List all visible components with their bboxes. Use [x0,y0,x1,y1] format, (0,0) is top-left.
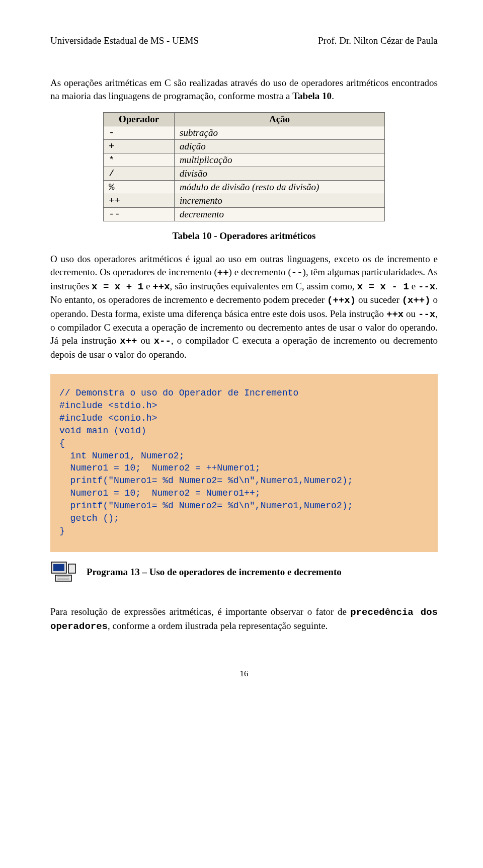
closing-t3: , conforme a ordem ilustrada pela repres… [108,620,328,631]
cell-ac: incremento [175,194,385,208]
inline-code: --x [418,281,435,292]
table-row: + adição [104,140,385,153]
cell-op: + [104,140,175,153]
cell-op: -- [104,208,175,221]
computer-icon [50,559,76,585]
inline-code: --x [418,309,435,320]
inline-code: x++ [120,336,137,347]
cell-ac: subtração [175,126,385,140]
table-row: -- decremento [104,208,385,221]
table-caption: Tabela 10 - Operadores aritméticos [50,230,438,242]
body-t: , são instruções equivalentes em C, assi… [170,281,357,291]
body-paragraph: O uso dos operadores aritméticos é igual… [50,253,438,361]
inline-code: -- [291,267,303,278]
header-left: Universidade Estadual de MS - UEMS [50,35,199,46]
program-caption-line: Programa 13 – Uso de operadores de incre… [50,559,438,585]
cell-ac: multiplicação [175,153,385,167]
inline-code: ++x [386,309,404,320]
code-block: // Demonstra o uso do Operador de Increm… [50,374,438,552]
body-t: ) e decremento ( [229,267,291,277]
closing-t1: Para resolução de expressões aritméticas… [50,606,350,617]
intro-text-1c: . [332,91,334,101]
table-row: - subtração [104,126,385,140]
th-action: Ação [175,113,385,126]
inline-code: ++x [152,281,170,292]
cell-op: ++ [104,194,175,208]
inline-code: (++x) [327,295,356,306]
cell-ac: módulo de divisão (resto da divisão) [175,181,385,194]
cell-op: % [104,181,175,194]
cell-op: * [104,153,175,167]
body-t: ou [137,335,154,346]
th-operator: Operador [104,113,175,126]
cell-op: / [104,167,175,181]
intro-tableref: Tabela 10 [292,91,332,101]
svg-rect-6 [68,564,75,573]
inline-code: x-- [154,336,171,347]
body-t: e [409,281,418,291]
inline-code: (x++) [402,295,431,306]
table-row: % módulo de divisão (resto da divisão) [104,181,385,194]
inline-code: ++ [217,267,229,278]
operator-table: Operador Ação - subtração + adição * mul… [103,112,385,221]
cell-ac: adição [175,140,385,153]
body-t: e [143,281,152,291]
body-t: ou [404,308,418,319]
program-caption: Programa 13 – Uso de operadores de incre… [87,567,342,578]
cell-op: - [104,126,175,140]
inline-code: x = x + 1 [92,281,143,292]
cell-ac: decremento [175,208,385,221]
closing-paragraph: Para resolução de expressões aritméticas… [50,605,438,633]
body-t: ou suceder [356,294,402,305]
cell-ac: divisão [175,167,385,181]
inline-code: x = x - 1 [357,281,409,292]
table-row: / divisão [104,167,385,181]
intro-text-1: As operações aritméticas em C são realiz… [50,77,438,101]
header-right: Prof. Dr. Nilton Cézar de Paula [318,35,438,46]
table-row: ++ incremento [104,194,385,208]
table-row: * multiplicação [104,153,385,167]
page-number: 16 [50,669,438,679]
running-header: Universidade Estadual de MS - UEMS Prof.… [50,35,438,46]
svg-rect-1 [53,564,64,571]
page: Universidade Estadual de MS - UEMS Prof.… [0,0,483,699]
table-header-row: Operador Ação [104,113,385,126]
intro-paragraph: As operações aritméticas em C são realiz… [50,76,438,102]
